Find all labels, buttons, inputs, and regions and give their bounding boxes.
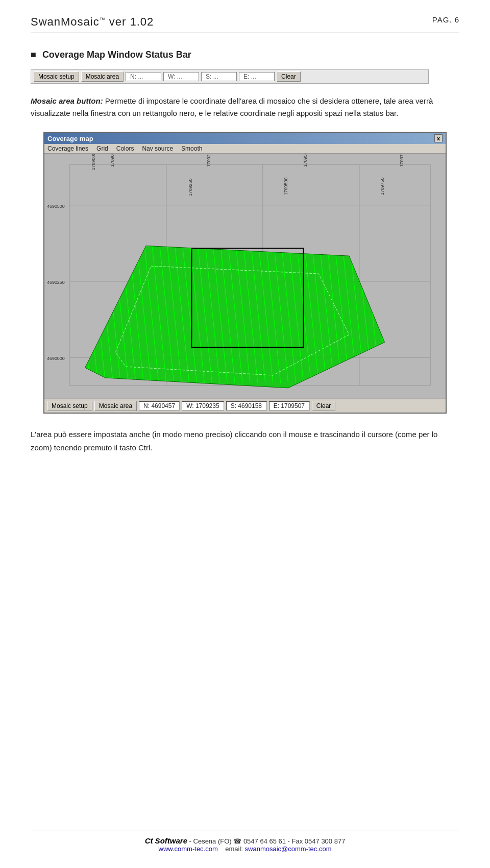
page-footer: Ct Software - Cesena (FO) ☎ 0547 64 65 6… bbox=[31, 831, 459, 853]
field-n-top: N: ... bbox=[126, 72, 161, 81]
bold-label: Mosaic area button: bbox=[31, 97, 103, 105]
section-title: Coverage Map Window Status Bar bbox=[42, 50, 191, 60]
clear-button[interactable]: Clear bbox=[312, 401, 336, 411]
footer-email-link[interactable]: swanmosaic@comm-tec.com bbox=[245, 845, 332, 853]
footer-email-label: email: bbox=[225, 845, 244, 853]
coverage-map-window: Coverage map x Coverage lines Grid Color… bbox=[43, 132, 447, 414]
coverage-svg: 1709000 1709250 1709500 1709750 1709000 … bbox=[44, 154, 446, 399]
svg-text:1709500: 1709500 bbox=[303, 154, 308, 167]
close-button[interactable]: x bbox=[434, 134, 443, 142]
mosaic-area-button[interactable]: Mosaic area bbox=[94, 401, 137, 411]
field-w-top: W: ... bbox=[163, 72, 199, 81]
bottom-paragraph: L'area può essere impostata anche (in mo… bbox=[31, 428, 459, 454]
svg-text:1709250: 1709250 bbox=[188, 178, 193, 196]
field-n: N: 4690457 bbox=[139, 401, 180, 411]
window-menubar: Coverage lines Grid Colors Nav source Sm… bbox=[44, 144, 446, 154]
mosaic-setup-button-top[interactable]: Mosaic setup bbox=[34, 71, 79, 82]
svg-text:4690000: 4690000 bbox=[47, 356, 65, 361]
svg-text:4690250: 4690250 bbox=[47, 280, 65, 285]
menu-smooth[interactable]: Smooth bbox=[181, 145, 202, 152]
field-w: W: 1709235 bbox=[182, 401, 224, 411]
clear-button-top[interactable]: Clear bbox=[277, 71, 301, 82]
menu-coverage-lines[interactable]: Coverage lines bbox=[47, 145, 88, 152]
menu-colors[interactable]: Colors bbox=[116, 145, 134, 152]
svg-text:1709250: 1709250 bbox=[206, 154, 211, 167]
field-e-top: E: ... bbox=[239, 72, 275, 81]
bottom-text-content: L'area può essere impostata anche (in mo… bbox=[31, 430, 437, 452]
footer-info: Ct Software - Cesena (FO) ☎ 0547 64 65 6… bbox=[31, 836, 459, 845]
app-title: SwanMosaic™ ver 1.02 bbox=[31, 15, 154, 29]
svg-text:1709000: 1709000 bbox=[110, 154, 115, 167]
body-paragraph: Mosaic area button: Permette di impostar… bbox=[31, 95, 459, 119]
page-header: SwanMosaic™ ver 1.02 Pag. 6 bbox=[31, 15, 459, 33]
footer-contact: - Cesena (FO) ☎ 0547 64 65 61 - Fax 0547… bbox=[187, 837, 345, 845]
section-heading: ■ Coverage Map Window Status Bar bbox=[31, 50, 459, 60]
mosaic-area-button-top[interactable]: Mosaic area bbox=[81, 71, 124, 82]
svg-text:1709750: 1709750 bbox=[380, 177, 385, 195]
window-title: Coverage map bbox=[47, 135, 93, 142]
window-statusbar: Mosaic setup Mosaic area N: 4690457 W: 1… bbox=[44, 399, 446, 413]
footer-brand: Ct Software bbox=[145, 836, 187, 845]
menu-nav-source[interactable]: Nav source bbox=[142, 145, 173, 152]
bullet-icon: ■ bbox=[31, 50, 36, 60]
field-s-top: S: ... bbox=[201, 72, 237, 81]
map-area[interactable]: 1709000 1709250 1709500 1709750 1709000 … bbox=[44, 154, 446, 399]
statusbar-top-mock: Mosaic setup Mosaic area N: ... W: ... S… bbox=[31, 69, 429, 84]
svg-text:1709000: 1709000 bbox=[91, 154, 96, 171]
svg-text:4690500: 4690500 bbox=[47, 204, 65, 209]
footer-website-link[interactable]: www.comm-tec.com bbox=[159, 845, 218, 853]
mosaic-setup-button[interactable]: Mosaic setup bbox=[47, 401, 92, 411]
menu-grid[interactable]: Grid bbox=[96, 145, 108, 152]
svg-text:1709500: 1709500 bbox=[283, 177, 288, 195]
window-titlebar: Coverage map x bbox=[44, 133, 446, 144]
field-s: S: 4690158 bbox=[226, 401, 267, 411]
svg-text:1709750: 1709750 bbox=[399, 154, 404, 167]
page-number: Pag. 6 bbox=[432, 15, 459, 24]
field-e: E: 1709507 bbox=[269, 401, 310, 411]
footer-links: www.comm-tec.com email: swanmosaic@comm-… bbox=[31, 845, 459, 853]
